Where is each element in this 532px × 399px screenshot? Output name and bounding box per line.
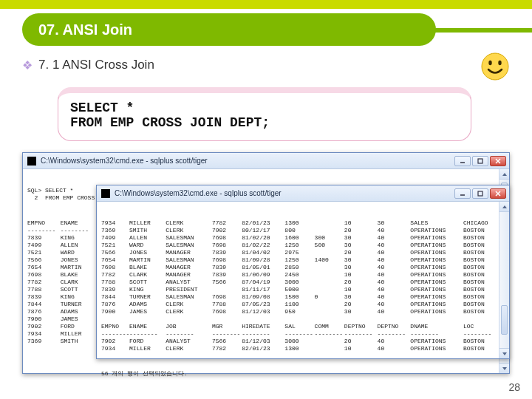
svg-marker-14 xyxy=(502,352,507,355)
svg-rect-4 xyxy=(478,159,482,163)
table-row: 7788SCOTTANALYST756687/04/1930002040OPER… xyxy=(101,279,505,286)
table-row: 7499ALLENSALESMAN769881/02/2016003003040… xyxy=(101,234,505,242)
slide-subtitle-row: ❖ 7. 1 ANSI Cross Join xyxy=(22,58,154,72)
col-header: ENAME xyxy=(129,323,166,330)
col-header: COMM xyxy=(315,323,344,330)
svg-marker-7 xyxy=(502,173,507,176)
table-row: 7902FORDANALYST756681/12/0330002040OPERA… xyxy=(101,338,505,345)
svg-marker-13 xyxy=(502,205,507,208)
diamond-bullet-icon: ❖ xyxy=(22,58,33,72)
table-row: 7698BLAKEMANAGER783981/05/0128503040OPER… xyxy=(101,264,505,271)
titlebar[interactable]: C:\Windows\system32\cmd.exe - sqlplus sc… xyxy=(97,185,509,202)
col-header: MGR xyxy=(212,323,242,330)
maximize-button[interactable] xyxy=(472,156,488,166)
scroll-up-button[interactable] xyxy=(499,169,509,180)
smiley-icon xyxy=(480,52,510,81)
table-row: 7369SMITHCLERK790280/12/178002040OPERATI… xyxy=(101,227,505,234)
col-header: EMPNO xyxy=(27,219,61,227)
table-row: 7566JONESMANAGER783981/04/0229752040OPER… xyxy=(101,249,505,256)
col-header: JOB xyxy=(166,323,212,330)
svg-point-1 xyxy=(488,61,491,65)
terminal-window-front: C:\Windows\system32\cmd.exe - sqlplus sc… xyxy=(96,185,510,359)
minimize-button[interactable] xyxy=(454,156,471,166)
accent-top-bar xyxy=(0,0,532,9)
slide-title-pill: 07. ANSI Join xyxy=(22,13,436,46)
result-table-front: 7934MILLERCLERK778282/01/2313001030SALES… xyxy=(101,219,505,352)
window-title: C:\Windows\system32\cmd.exe - sqlplus sc… xyxy=(115,189,450,197)
app-icon xyxy=(101,189,110,198)
rows-selected-footer: 56 개의 행이 선택되었습니다. xyxy=(101,370,505,378)
app-icon xyxy=(27,157,36,166)
col-header: DEPTNO xyxy=(378,323,411,330)
table-row: 7900JAMESCLERK769881/12/039503040OPERATI… xyxy=(101,308,505,316)
table-row: 7654MARTINSALESMAN769881/09/281250140030… xyxy=(101,256,505,264)
table-row: 7782CLARKMANAGER783981/06/0924501040OPER… xyxy=(101,271,505,279)
close-button[interactable] xyxy=(490,156,506,166)
window-title: C:\Windows\system32\cmd.exe - sqlplus sc… xyxy=(41,157,450,165)
maximize-button[interactable] xyxy=(472,188,488,199)
table-row: 7844TURNERSALESMAN769881/09/08150003040O… xyxy=(101,293,505,301)
svg-rect-10 xyxy=(478,191,482,196)
titlebar[interactable]: C:\Windows\system32\cmd.exe - sqlplus sc… xyxy=(23,153,509,169)
col-header: DEPTNO xyxy=(344,323,378,330)
minimize-button[interactable] xyxy=(454,188,471,199)
table-row: 7876ADAMSCLERK778887/05/2311002040OPERAT… xyxy=(101,301,505,308)
slide-subtitle: 7. 1 ANSI Cross Join xyxy=(38,58,154,72)
svg-point-2 xyxy=(498,61,501,65)
scroll-down-button[interactable] xyxy=(499,348,509,358)
col-header: HIREDATE xyxy=(242,323,284,330)
col-header: EMPNO xyxy=(101,323,129,330)
col-header: SAL xyxy=(284,323,314,330)
table-row: 7934MILLERCLERK778282/01/2313001040OPERA… xyxy=(101,345,505,352)
slide-title: 07. ANSI Join xyxy=(38,21,132,38)
svg-point-0 xyxy=(482,53,508,80)
sql-code-box: SELECT * FROM EMP CROSS JOIN DEPT; xyxy=(58,87,471,141)
table-row: 7521WARDSALESMAN769881/02/2212505003040O… xyxy=(101,242,505,249)
close-button[interactable] xyxy=(490,188,506,199)
scrollbar-vertical[interactable] xyxy=(499,202,509,358)
scroll-up-button[interactable] xyxy=(499,202,509,212)
col-header: DNAME xyxy=(410,323,463,330)
terminal-body: 7934MILLERCLERK778282/01/2313001030SALES… xyxy=(97,202,509,397)
sql-code: SELECT * FROM EMP CROSS JOIN DEPT; xyxy=(70,100,459,130)
scroll-thumb[interactable] xyxy=(501,305,508,335)
page-number: 28 xyxy=(508,381,520,393)
table-row: 7839KINGPRESIDENT81/11/1750001040OPERATI… xyxy=(101,286,505,293)
table-row: 7934MILLERCLERK778282/01/2313001030SALES… xyxy=(101,219,505,227)
